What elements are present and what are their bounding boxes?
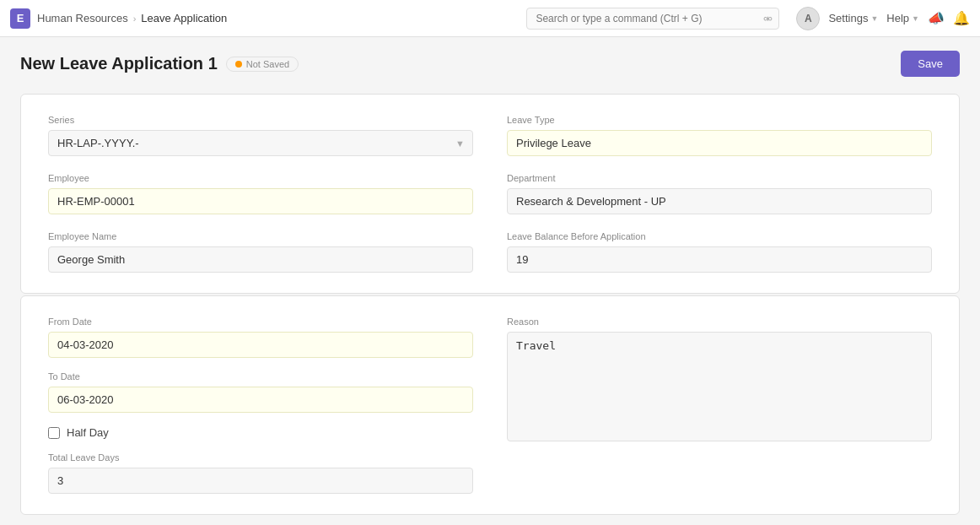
department-label: Department	[507, 173, 932, 183]
employee-label: Employee	[48, 173, 473, 183]
page-title-area: New Leave Application 1 Not Saved	[20, 54, 299, 73]
form-group-leave-balance: Leave Balance Before Application	[507, 231, 932, 273]
leave-type-label: Leave Type	[507, 115, 932, 125]
help-caret-icon: ▼	[912, 14, 919, 23]
series-select-wrapper: HR-LAP-.YYYY.- ▼	[48, 130, 473, 156]
notifications-icon[interactable]: 🔔	[953, 10, 970, 26]
navbar: E Human Resources › Leave Application ⚮ …	[0, 0, 980, 37]
leave-type-input[interactable]	[507, 130, 932, 156]
page-header: New Leave Application 1 Not Saved Save	[20, 51, 960, 77]
save-button[interactable]: Save	[901, 51, 960, 77]
avatar[interactable]: A	[796, 7, 820, 30]
status-badge: Not Saved	[226, 57, 299, 72]
total-leave-days-label: Total Leave Days	[48, 452, 473, 463]
reason-textarea[interactable]: Travel	[507, 332, 932, 441]
leave-balance-label: Leave Balance Before Application	[507, 231, 932, 241]
form-group-department: Department	[507, 173, 932, 214]
to-date-label: To Date	[48, 371, 473, 382]
form-group-to-date: To Date	[48, 371, 473, 413]
half-day-checkbox[interactable]	[48, 427, 60, 439]
form-section-2: From Date To Date Half Day Total Leave D…	[20, 295, 960, 515]
department-input[interactable]	[507, 188, 932, 214]
page-content: New Leave Application 1 Not Saved Save S…	[0, 37, 980, 525]
from-date-label: From Date	[48, 317, 473, 327]
form-group-leave-type: Leave Type	[507, 115, 932, 156]
page-title: New Leave Application 1	[20, 54, 218, 73]
employee-name-label: Employee Name	[48, 231, 473, 241]
form-row-employee-dept: Employee Department	[48, 173, 932, 214]
form-group-employee-name: Employee Name	[48, 231, 473, 273]
section2-right: Reason Travel	[507, 317, 932, 494]
form-group-series: Series HR-LAP-.YYYY.- ▼	[48, 115, 473, 156]
breadcrumb-home[interactable]: Human Resources	[37, 12, 128, 24]
announcements-icon[interactable]: 📣	[928, 10, 945, 26]
settings-caret-icon: ▼	[870, 14, 878, 23]
series-label: Series	[48, 115, 473, 125]
breadcrumb-sep-1: ›	[133, 14, 137, 24]
help-button[interactable]: Help ▼	[886, 12, 919, 24]
status-text: Not Saved	[246, 59, 289, 69]
leave-balance-input[interactable]	[507, 246, 932, 273]
half-day-label: Half Day	[67, 426, 109, 439]
form-group-total-leave-days: Total Leave Days	[48, 452, 473, 494]
series-select[interactable]: HR-LAP-.YYYY.-	[48, 130, 473, 156]
search-icon: ⚮	[763, 12, 773, 24]
brand-logo: E	[10, 8, 30, 29]
half-day-row: Half Day	[48, 426, 473, 439]
reason-label: Reason	[507, 317, 932, 327]
total-leave-days-input[interactable]	[48, 468, 473, 494]
breadcrumb: Human Resources › Leave Application	[37, 12, 520, 24]
from-date-input[interactable]	[48, 332, 473, 358]
employee-name-input[interactable]	[48, 246, 473, 273]
form-group-from-date: From Date	[48, 317, 473, 358]
section2-grid: From Date To Date Half Day Total Leave D…	[48, 317, 932, 494]
to-date-input[interactable]	[48, 387, 473, 413]
navbar-right: A Settings ▼ Help ▼ 📣 🔔	[796, 7, 970, 30]
form-group-reason: Reason Travel	[507, 317, 932, 441]
employee-input[interactable]	[48, 188, 473, 214]
search-input[interactable]	[526, 8, 779, 30]
form-section-1: Series HR-LAP-.YYYY.- ▼ Leave Type Emplo…	[20, 94, 960, 294]
section2-left: From Date To Date Half Day Total Leave D…	[48, 317, 473, 494]
status-dot-icon	[235, 61, 242, 68]
form-row-name-balance: Employee Name Leave Balance Before Appli…	[48, 231, 932, 273]
search-bar[interactable]: ⚮	[526, 8, 779, 30]
form-group-employee: Employee	[48, 173, 473, 214]
breadcrumb-current: Leave Application	[141, 12, 227, 24]
settings-button[interactable]: Settings ▼	[828, 12, 878, 24]
form-row-series-leavetype: Series HR-LAP-.YYYY.- ▼ Leave Type	[48, 115, 932, 156]
